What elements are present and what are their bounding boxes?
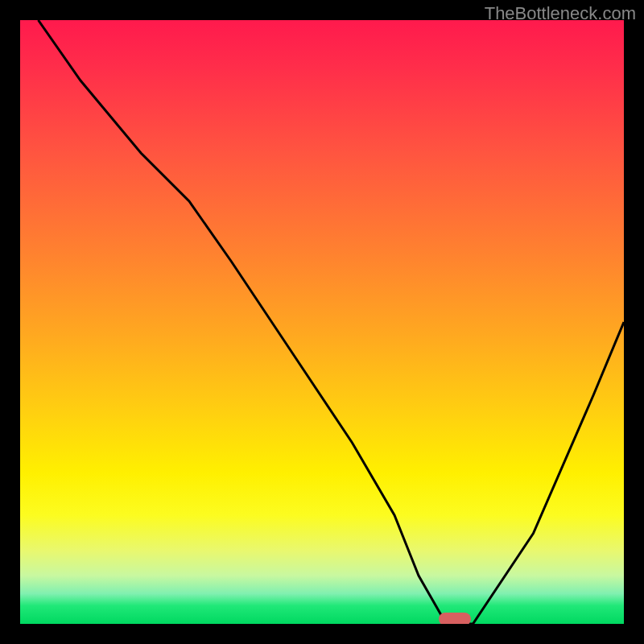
chart-container: TheBottleneck.com (0, 0, 644, 644)
watermark-text: TheBottleneck.com (485, 3, 636, 24)
optimal-zone-marker (439, 613, 471, 624)
bottleneck-curve-line (39, 20, 625, 624)
chart-svg (20, 20, 624, 624)
